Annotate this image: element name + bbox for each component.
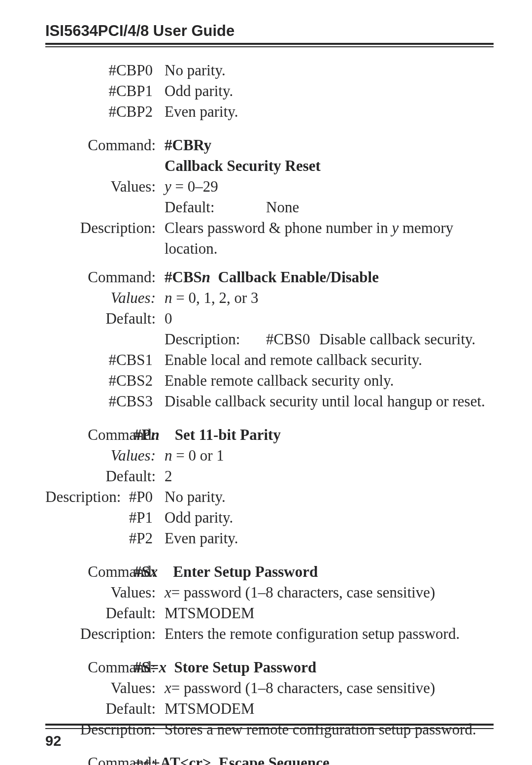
description-with-code: Description: #P0: [45, 487, 165, 507]
p-row-2: #P2 Even parity.: [45, 528, 494, 549]
cbs-desc: Disable callback security until local ha…: [165, 391, 494, 412]
values-value: n = 0, 1, 2, or 3: [165, 288, 494, 308]
p-desc: Odd parity.: [165, 507, 494, 528]
values-value: n = 0 or 1: [165, 445, 494, 466]
cbp-desc: Odd parity.: [165, 81, 494, 101]
cbp-desc: Even parity.: [165, 101, 494, 122]
page-header: ISI5634PCI/4/8 User Guide: [45, 22, 494, 45]
values-label: Values:: [45, 176, 165, 197]
block-sx: Command: #Sx Enter Setup Password Values…: [45, 562, 494, 644]
command-title: Callback Security Reset: [165, 156, 494, 176]
cbs-row-2: #CBS2 Enable remote callback security on…: [45, 370, 494, 391]
default-label: Default:: [45, 603, 165, 624]
cbs-desc: Enable local and remote callback securit…: [165, 350, 494, 370]
default-value: 2: [165, 466, 494, 487]
cbs-row-1: #CBS1 Enable local and remote callback s…: [45, 350, 494, 370]
description-value: Stores a new remote configuration setup …: [165, 719, 494, 740]
p-code: #P1: [45, 507, 165, 528]
description-label: Description:: [45, 719, 165, 740]
p-code: #P2: [45, 528, 165, 549]
command-head: #CBSn Callback Enable/Disable: [165, 267, 494, 288]
command-head: #S=x Store Setup Password: [134, 657, 494, 678]
block-escape: Command: +++AT<cr> Escape Sequence Value…: [45, 753, 494, 765]
cbs-desc: Enable remote callback security only.: [165, 370, 494, 391]
values-label: Values:: [45, 582, 165, 603]
values-label: Values:: [45, 445, 165, 466]
cbp-code: #CBP2: [45, 101, 165, 122]
header-rule: [45, 46, 494, 47]
cbs-code: #CBS3: [45, 391, 165, 412]
default-label: Default:: [45, 308, 165, 329]
description-value: Enters the remote configuration setup pa…: [165, 624, 494, 644]
default-label: Default:: [45, 466, 165, 487]
footer-rule-thin: [45, 728, 494, 729]
cbs-code: #CBS2: [45, 370, 165, 391]
cbp-code: #CBP1: [45, 81, 165, 101]
default-value: MTSMODEM: [165, 698, 494, 719]
default-label: Default:: [45, 698, 165, 719]
cbp-row-2: #CBP2 Even parity.: [45, 101, 494, 122]
page: ISI5634PCI/4/8 User Guide #CBP0 No parit…: [0, 0, 532, 765]
cbs-row-3: #CBS3 Disable callback security until lo…: [45, 391, 494, 412]
values-label: Values:: [45, 678, 165, 698]
cbs-desc: Disable callback security.: [319, 329, 494, 350]
cbp-row-1: #CBP1 Odd parity.: [45, 81, 494, 101]
default-value: 0: [165, 308, 494, 329]
block-cbs: Command: #CBSn Callback Enable/Disable V…: [45, 267, 494, 412]
block-p: Command: #Pn Set 11-bit Parity Values: n…: [45, 425, 494, 549]
values-value: y = 0–29: [165, 176, 494, 197]
description-label: Description:: [45, 624, 165, 644]
default-value: None: [266, 197, 494, 218]
command-code: #CBRy: [165, 135, 494, 156]
default-value: MTSMODEM: [165, 603, 494, 624]
description-value: Clears password & phone number in y memo…: [165, 218, 494, 259]
cbs-code: #CBS0: [266, 329, 319, 350]
cbp-desc: No parity.: [165, 60, 494, 81]
block-ssx: Command: #S=x Store Setup Password Value…: [45, 657, 494, 740]
command-label: Command:: [45, 135, 165, 156]
page-number: 92: [45, 733, 61, 749]
command-head: +++AT<cr> Escape Sequence: [134, 753, 494, 765]
cbp-code: #CBP0: [45, 60, 165, 81]
values-value: x= password (1–8 characters, case sensit…: [165, 678, 494, 698]
description-label: Description:: [165, 329, 266, 350]
p-desc: Even parity.: [165, 528, 494, 549]
command-head: #Sx Enter Setup Password: [134, 562, 494, 582]
command-head: #Pn Set 11-bit Parity: [134, 425, 494, 445]
command-label: Command:: [45, 267, 165, 288]
footer-rule: [45, 724, 494, 726]
cbs-code: #CBS1: [45, 350, 165, 370]
p-row-1: #P1 Odd parity.: [45, 507, 494, 528]
block-cbr: Command: #CBRy Callback Security Reset V…: [45, 135, 494, 259]
cbp-row-0: #CBP0 No parity.: [45, 60, 494, 81]
values-value: x= password (1–8 characters, case sensit…: [165, 582, 494, 603]
description-label: Description:: [45, 218, 165, 238]
values-label: Values:: [45, 288, 165, 308]
p-desc: No parity.: [165, 487, 494, 507]
default-label: Default:: [165, 197, 266, 218]
